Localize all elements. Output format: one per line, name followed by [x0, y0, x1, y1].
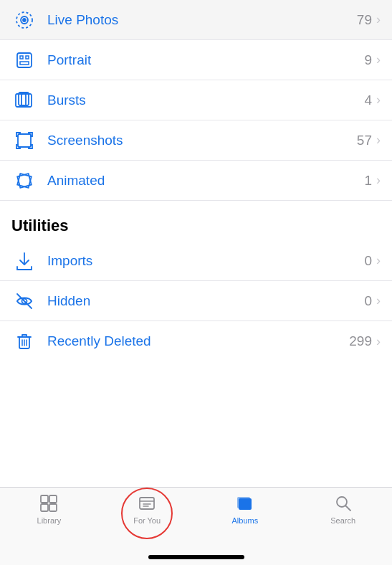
list-item-recently-deleted[interactable]: Recently Deleted 299 › [0, 321, 392, 361]
recently-deleted-label: Recently Deleted [47, 333, 349, 349]
live-photos-icon [11, 7, 37, 33]
svg-rect-7 [18, 134, 31, 147]
portrait-chevron: › [376, 52, 381, 67]
list-item-imports[interactable]: Imports 0 › [0, 241, 392, 281]
svg-rect-17 [49, 495, 57, 503]
animated-chevron: › [376, 173, 381, 188]
hidden-count: 0 [364, 293, 372, 309]
recently-deleted-count: 299 [349, 333, 372, 349]
library-tab-label: Library [37, 516, 62, 525]
imports-chevron: › [376, 253, 381, 268]
bursts-count: 4 [364, 92, 372, 108]
tab-albums[interactable]: Albums [196, 493, 295, 525]
imports-label: Imports [47, 253, 364, 269]
animated-icon [11, 168, 37, 194]
hidden-chevron: › [376, 293, 381, 308]
screenshots-icon [11, 128, 37, 153]
svg-line-28 [345, 506, 350, 511]
live-photos-count: 79 [357, 12, 372, 28]
bursts-label: Bursts [47, 92, 364, 108]
bottom-bar: Library For You [0, 487, 392, 565]
tab-bar: Library For You [0, 487, 392, 555]
svg-marker-9 [17, 174, 32, 188]
list-item-animated[interactable]: Animated 1 › [0, 161, 392, 201]
recently-deleted-chevron: › [376, 334, 381, 349]
list-item-live-photos[interactable]: Live Photos 79 › [0, 0, 392, 40]
portrait-icon [11, 47, 37, 73]
albums-tab-label: Albums [232, 516, 259, 525]
trash-icon [11, 328, 37, 354]
list-item-hidden[interactable]: Hidden 0 › [0, 281, 392, 321]
svg-rect-18 [41, 504, 48, 511]
search-tab-icon [333, 493, 353, 513]
for-you-tab-label: For You [133, 516, 161, 525]
svg-rect-20 [140, 498, 154, 509]
bursts-chevron: › [376, 92, 381, 108]
portrait-count: 9 [364, 52, 372, 68]
list-item-screenshots[interactable]: Screenshots 57 › [0, 120, 392, 161]
svg-rect-3 [17, 53, 32, 67]
screenshots-label: Screenshots [47, 133, 357, 148]
imports-icon [11, 248, 37, 274]
tab-library[interactable]: Library [0, 493, 98, 525]
svg-line-11 [17, 294, 32, 308]
svg-point-2 [23, 19, 26, 22]
for-you-tab-icon [137, 493, 157, 513]
svg-rect-26 [240, 498, 250, 508]
imports-count: 0 [364, 253, 372, 269]
library-tab-icon [39, 493, 59, 513]
screenshots-chevron: › [376, 133, 381, 148]
hidden-label: Hidden [47, 293, 364, 309]
bursts-icon [11, 87, 37, 113]
svg-rect-16 [41, 495, 48, 503]
home-indicator [148, 555, 244, 559]
list-item-portrait[interactable]: Portrait 9 › [0, 40, 392, 80]
list-item-bursts[interactable]: Bursts 4 › [0, 80, 392, 120]
search-tab-label: Search [330, 516, 355, 525]
hidden-icon [11, 288, 37, 314]
screenshots-count: 57 [357, 133, 372, 148]
live-photos-label: Live Photos [47, 12, 357, 28]
tab-for-you[interactable]: For You [98, 493, 196, 525]
portrait-label: Portrait [47, 52, 364, 68]
albums-tab-icon [235, 493, 255, 513]
animated-label: Animated [47, 173, 364, 189]
live-photos-chevron: › [376, 12, 381, 27]
list-container: Live Photos 79 › Portrait 9 › Bursts 4 › [0, 0, 392, 487]
tab-search[interactable]: Search [294, 493, 392, 525]
svg-rect-19 [49, 504, 57, 511]
animated-count: 1 [364, 173, 372, 189]
utilities-header: Utilities [0, 201, 392, 241]
